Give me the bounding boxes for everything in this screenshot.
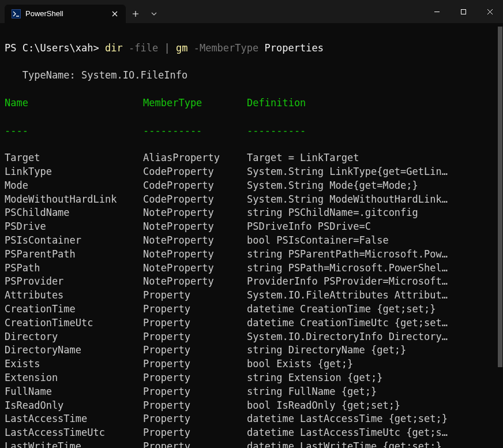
cell-def: datetime LastWriteTime {get;set;} bbox=[247, 440, 498, 448]
cell-def: System.IO.DirectoryInfo Directory bbox=[247, 330, 498, 344]
cell-name: PSPath bbox=[5, 262, 143, 275]
scrollbar-thumb[interactable] bbox=[498, 27, 502, 367]
prompt-path: C:\Users\xah> bbox=[22, 42, 99, 54]
cell-type: Property bbox=[143, 399, 247, 413]
tab-close-button[interactable] bbox=[110, 9, 120, 19]
cell-def: Target = LinkTarget bbox=[247, 151, 498, 165]
cell-def: datetime LastAccessTimeUtc {get;s bbox=[247, 426, 498, 440]
cell-name: LastAccessTimeUtc bbox=[5, 426, 143, 440]
cell-name: PSDrive bbox=[5, 220, 143, 234]
cell-type: Property bbox=[143, 440, 247, 448]
table-row: LastAccessTimeUtcPropertydatetime LastAc… bbox=[5, 426, 498, 440]
cell-name: LinkType bbox=[5, 165, 143, 179]
cell-type: Property bbox=[143, 330, 247, 344]
table-row: TargetAliasPropertyTarget = LinkTarget bbox=[5, 151, 498, 165]
cell-name: PSProvider bbox=[5, 275, 143, 289]
table-row: PSIsContainerNotePropertybool PSIsContai… bbox=[5, 234, 498, 248]
cell-def: string Extension {get;} bbox=[247, 371, 498, 385]
table-row: CreationTimePropertydatetime CreationTim… bbox=[5, 303, 498, 316]
cell-name: CreationTimeUtc bbox=[5, 316, 143, 330]
cmd-gm: gm bbox=[176, 42, 187, 54]
cell-name: Extension bbox=[5, 371, 143, 385]
cell-type: CodeProperty bbox=[143, 193, 247, 207]
cell-name: PSIsContainer bbox=[5, 234, 143, 248]
table-row: CreationTimeUtcPropertydatetime Creation… bbox=[5, 316, 498, 330]
cell-name: Directory bbox=[5, 330, 143, 344]
table-row: ModeWithoutHardLinkCodePropertySystem.St… bbox=[5, 193, 498, 207]
cell-def: string DirectoryName {get;} bbox=[247, 344, 498, 357]
table-row: PSDriveNotePropertyPSDriveInfo PSDrive=C bbox=[5, 220, 498, 234]
typename-label: TypeName: bbox=[5, 69, 81, 81]
cell-name: PSChildName bbox=[5, 206, 143, 220]
cell-def: PSDriveInfo PSDrive=C bbox=[247, 220, 498, 234]
header-def-u: ---------- bbox=[247, 124, 498, 138]
table-row: LinkTypeCodePropertySystem.String LinkTy… bbox=[5, 165, 498, 179]
prompt-prefix: PS bbox=[5, 42, 22, 54]
cell-type: NoteProperty bbox=[143, 262, 247, 275]
new-tab-button[interactable] bbox=[126, 5, 145, 23]
header-type-u: ---------- bbox=[143, 124, 247, 138]
maximize-button[interactable] bbox=[450, 0, 476, 23]
flag-membertype: -MemberType bbox=[194, 42, 259, 54]
table-row: PSParentPathNotePropertystring PSParentP… bbox=[5, 248, 498, 262]
header-type: MemberType bbox=[143, 96, 247, 110]
table-row: PSPathNotePropertystring PSPath=Microsof… bbox=[5, 262, 498, 275]
table-row: LastWriteTimePropertydatetime LastWriteT… bbox=[5, 440, 498, 448]
cell-def: string FullName {get;} bbox=[247, 385, 498, 399]
tab-powershell[interactable]: PowerShell bbox=[5, 5, 126, 23]
cell-type: Property bbox=[143, 385, 247, 399]
cell-def: System.String Mode{get=Mode;} bbox=[247, 179, 498, 193]
cell-name: CreationTime bbox=[5, 303, 143, 316]
cell-name: LastAccessTime bbox=[5, 412, 143, 426]
cell-name: Exists bbox=[5, 357, 143, 371]
powershell-icon bbox=[12, 9, 21, 18]
titlebar-drag-region[interactable] bbox=[163, 0, 423, 23]
cell-type: NoteProperty bbox=[143, 275, 247, 289]
table-row: LastAccessTimePropertydatetime LastAcces… bbox=[5, 412, 498, 426]
cell-name: LastWriteTime bbox=[5, 440, 143, 448]
cell-type: NoteProperty bbox=[143, 248, 247, 262]
cell-type: NoteProperty bbox=[143, 234, 247, 248]
cell-type: Property bbox=[143, 357, 247, 371]
cell-type: Property bbox=[143, 316, 247, 330]
cell-name: Target bbox=[5, 151, 143, 165]
table-row: FullNamePropertystring FullName {get;} bbox=[5, 385, 498, 399]
cell-def: string PSParentPath=Microsoft.Pow bbox=[247, 248, 498, 262]
pipe: | bbox=[164, 42, 170, 54]
cell-type: NoteProperty bbox=[143, 206, 247, 220]
terminal-output[interactable]: PS C:\Users\xah> dir -file | gm -MemberT… bbox=[0, 23, 503, 448]
minimize-button[interactable] bbox=[423, 0, 450, 23]
flag-file: -file bbox=[129, 42, 158, 54]
cell-type: Property bbox=[143, 289, 247, 303]
title-bar: PowerShell bbox=[0, 0, 503, 23]
cmd-dir: dir bbox=[105, 42, 123, 54]
cell-name: PSParentPath bbox=[5, 248, 143, 262]
table-row: DirectoryPropertySystem.IO.DirectoryInfo… bbox=[5, 330, 498, 344]
tab-dropdown-button[interactable] bbox=[145, 5, 163, 23]
cell-def: string PSChildName=.gitconfig bbox=[247, 206, 498, 220]
cell-def: datetime CreationTime {get;set;} bbox=[247, 303, 498, 316]
cell-type: NoteProperty bbox=[143, 220, 247, 234]
close-button[interactable] bbox=[476, 0, 503, 23]
table-row: IsReadOnlyPropertybool IsReadOnly {get;s… bbox=[5, 399, 498, 413]
cell-def: bool Exists {get;} bbox=[247, 357, 498, 371]
table-row: ModeCodePropertySystem.String Mode{get=M… bbox=[5, 179, 498, 193]
cell-def: datetime CreationTimeUtc {get;set bbox=[247, 316, 498, 330]
header-name: Name bbox=[5, 96, 143, 110]
table-row: ExtensionPropertystring Extension {get;} bbox=[5, 371, 498, 385]
cell-type: CodeProperty bbox=[143, 165, 247, 179]
cell-name: DirectoryName bbox=[5, 344, 143, 357]
arg-properties: Properties bbox=[265, 42, 324, 54]
cell-def: datetime LastAccessTime {get;set;} bbox=[247, 412, 498, 426]
cell-name: Attributes bbox=[5, 289, 143, 303]
cell-type: Property bbox=[143, 303, 247, 316]
cell-type: Property bbox=[143, 344, 247, 357]
cell-def: string PSPath=Microsoft.PowerShel bbox=[247, 262, 498, 275]
scrollbar-track[interactable] bbox=[496, 23, 503, 448]
cell-type: Property bbox=[143, 371, 247, 385]
cell-def: bool PSIsContainer=False bbox=[247, 234, 498, 248]
tab-title: PowerShell bbox=[25, 9, 63, 19]
window-controls bbox=[423, 0, 503, 23]
table-row: PSChildNameNotePropertystring PSChildNam… bbox=[5, 206, 498, 220]
table-row: ExistsPropertybool Exists {get;} bbox=[5, 357, 498, 371]
